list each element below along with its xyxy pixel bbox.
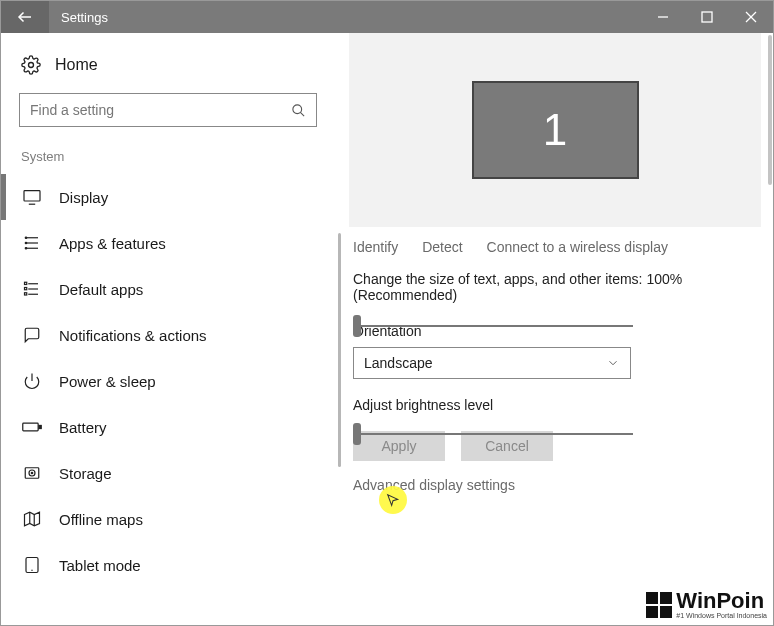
svg-rect-23 — [39, 425, 41, 428]
nav-label: Default apps — [59, 281, 143, 298]
display-preview: 1 — [349, 33, 761, 227]
identify-link[interactable]: Identify — [353, 239, 398, 255]
svg-rect-19 — [25, 288, 27, 290]
svg-marker-27 — [25, 512, 40, 526]
nav-item-maps[interactable]: Offline maps — [19, 496, 333, 542]
orientation-value: Landscape — [364, 355, 433, 371]
svg-rect-20 — [25, 293, 27, 295]
nav-item-display[interactable]: Display — [19, 174, 333, 220]
search-placeholder: Find a setting — [30, 102, 291, 118]
titlebar: Settings — [1, 1, 773, 33]
watermark: WinPoin #1 Windows Portal Indonesia — [646, 590, 767, 619]
apply-button[interactable]: Apply — [353, 431, 445, 461]
chevron-down-icon — [606, 356, 620, 370]
maps-icon — [21, 510, 43, 528]
brightness-label: Adjust brightness level — [353, 397, 749, 413]
orientation-dropdown[interactable]: Landscape — [353, 347, 631, 379]
cursor-highlight — [379, 486, 407, 514]
tablet-icon — [21, 556, 43, 574]
storage-icon — [21, 464, 43, 482]
back-button[interactable] — [1, 1, 49, 33]
svg-line-6 — [300, 112, 304, 116]
nav-item-default-apps[interactable]: Default apps — [19, 266, 333, 312]
scale-label: Change the size of text, apps, and other… — [353, 269, 749, 305]
nav-list: Display Apps & features Default apps Not… — [19, 174, 333, 588]
svg-rect-18 — [25, 282, 27, 284]
nav-label: Power & sleep — [59, 373, 156, 390]
svg-point-4 — [29, 63, 34, 68]
svg-point-26 — [31, 472, 33, 474]
window-title: Settings — [49, 10, 641, 25]
svg-rect-1 — [702, 12, 712, 22]
nav-item-storage[interactable]: Storage — [19, 450, 333, 496]
svg-rect-7 — [24, 191, 40, 201]
window-controls — [641, 1, 773, 33]
main-panel: 1 Identify Detect Connect to a wireless … — [341, 33, 773, 625]
sidebar: Home Find a setting System Display Apps … — [1, 33, 341, 625]
close-button[interactable] — [729, 1, 773, 33]
maximize-button[interactable] — [685, 1, 729, 33]
watermark-logo-icon — [646, 592, 672, 618]
watermark-brand: WinPoin — [676, 590, 767, 612]
nav-item-notifications[interactable]: Notifications & actions — [19, 312, 333, 358]
search-input[interactable]: Find a setting — [19, 93, 317, 127]
notifications-icon — [21, 326, 43, 344]
nav-label: Apps & features — [59, 235, 166, 252]
home-label: Home — [55, 56, 98, 74]
nav-label: Offline maps — [59, 511, 143, 528]
minimize-button[interactable] — [641, 1, 685, 33]
apps-icon — [21, 234, 43, 252]
gear-icon — [21, 55, 41, 75]
svg-rect-22 — [23, 423, 38, 431]
search-icon — [291, 103, 306, 118]
connect-wireless-link[interactable]: Connect to a wireless display — [487, 239, 668, 255]
nav-item-battery[interactable]: Battery — [19, 404, 333, 450]
svg-point-5 — [293, 104, 302, 113]
default-apps-icon — [21, 280, 43, 298]
nav-item-tablet[interactable]: Tablet mode — [19, 542, 333, 588]
monitor-tile[interactable]: 1 — [472, 81, 639, 179]
nav-label: Display — [59, 189, 108, 206]
cancel-button[interactable]: Cancel — [461, 431, 553, 461]
nav-label: Battery — [59, 419, 107, 436]
watermark-tagline: #1 Windows Portal Indonesia — [676, 612, 767, 619]
battery-icon — [21, 420, 43, 434]
section-label: System — [19, 149, 333, 164]
nav-label: Storage — [59, 465, 112, 482]
advanced-display-link[interactable]: Advanced display settings — [353, 477, 749, 493]
power-icon — [21, 372, 43, 390]
main-scrollbar[interactable] — [768, 35, 772, 185]
svg-point-12 — [25, 237, 27, 239]
nav-label: Tablet mode — [59, 557, 141, 574]
svg-point-13 — [25, 242, 27, 244]
detect-link[interactable]: Detect — [422, 239, 462, 255]
nav-item-apps[interactable]: Apps & features — [19, 220, 333, 266]
nav-label: Notifications & actions — [59, 327, 207, 344]
display-icon — [21, 189, 43, 205]
svg-point-14 — [25, 248, 27, 250]
home-link[interactable]: Home — [19, 53, 333, 93]
nav-item-power[interactable]: Power & sleep — [19, 358, 333, 404]
